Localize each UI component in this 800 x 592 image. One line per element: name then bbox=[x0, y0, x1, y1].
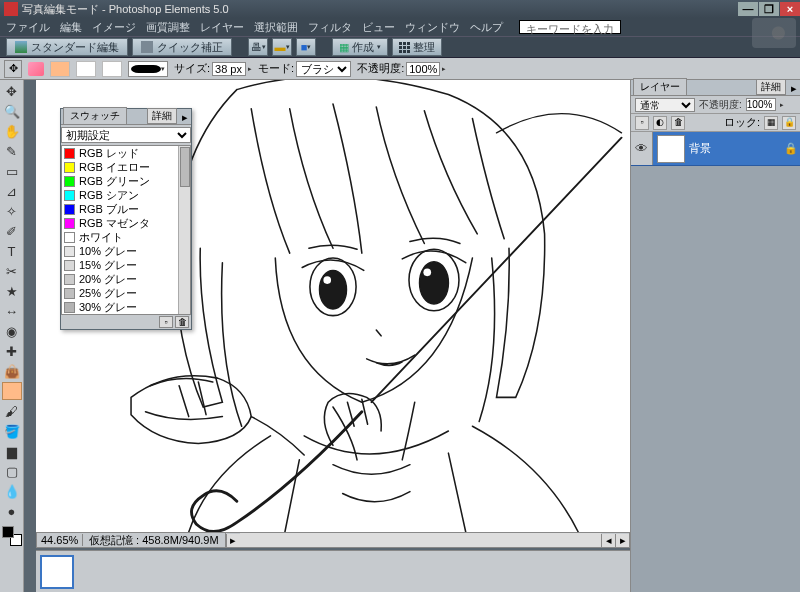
toolbox: ✥ 🔍 ✋ ✎ ▭ ⊿ ✧ ✐ T ✂ ★ ↔ ◉ ✚ 👜 🖌 🪣 ▆ ▢ 💧 … bbox=[0, 80, 24, 592]
status-menu-arrow[interactable]: ▸ bbox=[226, 534, 240, 547]
menu-file[interactable]: ファイル bbox=[6, 20, 50, 35]
tool-bucket[interactable]: 🪣 bbox=[2, 422, 22, 440]
layer-name[interactable]: 背景 bbox=[689, 141, 782, 156]
menu-enhance[interactable]: 画質調整 bbox=[146, 20, 190, 35]
swatch-item[interactable]: RGB レッド bbox=[62, 146, 190, 160]
swatches-more-button[interactable]: 詳細 bbox=[147, 108, 177, 124]
printer-icon: 🖶 bbox=[251, 41, 262, 53]
layer-row[interactable]: 👁 背景 🔒 bbox=[631, 132, 800, 166]
tool-zoom[interactable]: 🔍 bbox=[2, 102, 22, 120]
tool-healing[interactable]: ✚ bbox=[2, 342, 22, 360]
swatch-item[interactable]: 30% グレー bbox=[62, 300, 190, 314]
visibility-toggle[interactable]: 👁 bbox=[631, 132, 653, 165]
layer-opacity-stepper[interactable]: ▸ bbox=[780, 101, 784, 109]
layer-new-button[interactable]: ▫ bbox=[635, 116, 649, 130]
eraser-mode-1[interactable] bbox=[50, 61, 70, 77]
swatches-scrollbar[interactable] bbox=[178, 146, 190, 314]
swatches-preset-select[interactable]: 初期設定 bbox=[61, 127, 191, 143]
zoom-level[interactable]: 44.65% bbox=[37, 534, 83, 546]
lock-transparent-button[interactable]: ▦ bbox=[764, 116, 778, 130]
tool-redeye[interactable]: ◉ bbox=[2, 322, 22, 340]
tool-eraser[interactable] bbox=[2, 382, 22, 400]
search-input[interactable]: キーワードを入力 bbox=[519, 20, 621, 34]
wand-icon bbox=[141, 41, 153, 53]
layers-menu-arrow[interactable]: ▸ bbox=[788, 82, 800, 95]
minimize-button[interactable]: ― bbox=[738, 2, 758, 16]
swatches-panel[interactable]: スウォッチ 詳細 ▸ 初期設定 RGB レッドRGB イエローRGB グリーンR… bbox=[60, 108, 192, 330]
swatch-item[interactable]: RGB シアン bbox=[62, 188, 190, 202]
tool-straighten[interactable]: ↔ bbox=[2, 302, 22, 320]
lock-label: ロック: bbox=[724, 115, 760, 130]
document-thumbnail[interactable] bbox=[40, 555, 74, 589]
tool-gradient[interactable]: ▆ bbox=[2, 442, 22, 460]
tab-quick-fix[interactable]: クイック補正 bbox=[132, 38, 232, 56]
scroll-left[interactable]: ◂ bbox=[601, 534, 615, 547]
close-button[interactable]: × bbox=[780, 2, 800, 16]
scroll-right[interactable]: ▸ bbox=[615, 534, 629, 547]
tool-type[interactable]: T bbox=[2, 242, 22, 260]
size-stepper[interactable]: ▸ bbox=[248, 65, 252, 73]
save-button[interactable]: ■▾ bbox=[296, 38, 316, 56]
menu-image[interactable]: イメージ bbox=[92, 20, 136, 35]
swatch-item[interactable]: RGB マゼンタ bbox=[62, 216, 190, 230]
tool-shape[interactable]: ▢ bbox=[2, 462, 22, 480]
print-button[interactable]: 🖶▾ bbox=[248, 38, 268, 56]
tool-crop[interactable]: ✂ bbox=[2, 262, 22, 280]
tool-cookie[interactable]: ★ bbox=[2, 282, 22, 300]
swatch-item[interactable]: RGB グリーン bbox=[62, 174, 190, 188]
layer-adjust-button[interactable]: ◐ bbox=[653, 116, 667, 130]
menu-window[interactable]: ウィンドウ bbox=[405, 20, 460, 35]
menu-layer[interactable]: レイヤー bbox=[200, 20, 244, 35]
eraser-mode-3[interactable] bbox=[102, 61, 122, 77]
size-input[interactable] bbox=[212, 62, 246, 76]
tool-magic-wand[interactable]: ✧ bbox=[2, 202, 22, 220]
menu-select[interactable]: 選択範囲 bbox=[254, 20, 298, 35]
opacity-input[interactable] bbox=[406, 62, 440, 76]
swatch-item[interactable]: RGB イエロー bbox=[62, 160, 190, 174]
opacity-stepper[interactable]: ▸ bbox=[442, 65, 446, 73]
tool-hand[interactable]: ✋ bbox=[2, 122, 22, 140]
swatch-item[interactable]: 20% グレー bbox=[62, 272, 190, 286]
tool-lasso[interactable]: ⊿ bbox=[2, 182, 22, 200]
menu-edit[interactable]: 編集 bbox=[60, 20, 82, 35]
maximize-button[interactable]: ❐ bbox=[759, 2, 779, 16]
swatch-item[interactable]: 10% グレー bbox=[62, 244, 190, 258]
swatches-tab[interactable]: スウォッチ bbox=[63, 107, 127, 124]
tab-standard-edit[interactable]: スタンダード編集 bbox=[6, 38, 128, 56]
blend-mode-select[interactable]: 通常 bbox=[635, 98, 695, 112]
swatch-item[interactable]: RGB ブルー bbox=[62, 202, 190, 216]
swatches-menu-arrow[interactable]: ▸ bbox=[179, 111, 191, 124]
tool-sponge[interactable]: ● bbox=[2, 502, 22, 520]
menu-filter[interactable]: フィルタ bbox=[308, 20, 352, 35]
tool-marquee[interactable]: ▭ bbox=[2, 162, 22, 180]
open-button[interactable]: ▬▾ bbox=[272, 38, 292, 56]
tool-blur[interactable]: 💧 bbox=[2, 482, 22, 500]
svg-point-2 bbox=[323, 276, 331, 284]
menu-help[interactable]: ヘルプ bbox=[470, 20, 503, 35]
brush-preset[interactable]: ▾ bbox=[128, 61, 168, 77]
tool-eyedropper[interactable]: ✎ bbox=[2, 142, 22, 160]
move-handle-icon[interactable]: ✥ bbox=[4, 60, 22, 78]
tool-clone[interactable]: 👜 bbox=[2, 362, 22, 380]
image-icon bbox=[15, 41, 27, 53]
swatch-delete-button[interactable]: 🗑 bbox=[175, 316, 189, 328]
tool-move[interactable]: ✥ bbox=[2, 82, 22, 100]
tool-selection-brush[interactable]: ✐ bbox=[2, 222, 22, 240]
layers-tab[interactable]: レイヤー bbox=[633, 78, 687, 95]
organize-button[interactable]: 整理 bbox=[392, 38, 442, 56]
swatch-item[interactable]: 25% グレー bbox=[62, 286, 190, 300]
create-button[interactable]: ▦作成▾ bbox=[332, 38, 388, 56]
photo-bin bbox=[36, 550, 630, 592]
lock-all-button[interactable]: 🔒 bbox=[782, 116, 796, 130]
eraser-mode-2[interactable] bbox=[76, 61, 96, 77]
layer-delete-button[interactable]: 🗑 bbox=[671, 116, 685, 130]
tool-brush[interactable]: 🖌 bbox=[2, 402, 22, 420]
layers-more-button[interactable]: 詳細 bbox=[756, 79, 786, 95]
foreground-background-color[interactable] bbox=[2, 526, 22, 546]
mode-select[interactable]: ブラシ bbox=[296, 61, 351, 77]
swatch-item[interactable]: 15% グレー bbox=[62, 258, 190, 272]
layer-opacity-input[interactable] bbox=[746, 98, 776, 111]
menu-view[interactable]: ビュー bbox=[362, 20, 395, 35]
swatch-item[interactable]: ホワイト bbox=[62, 230, 190, 244]
swatch-new-button[interactable]: ▫ bbox=[159, 316, 173, 328]
